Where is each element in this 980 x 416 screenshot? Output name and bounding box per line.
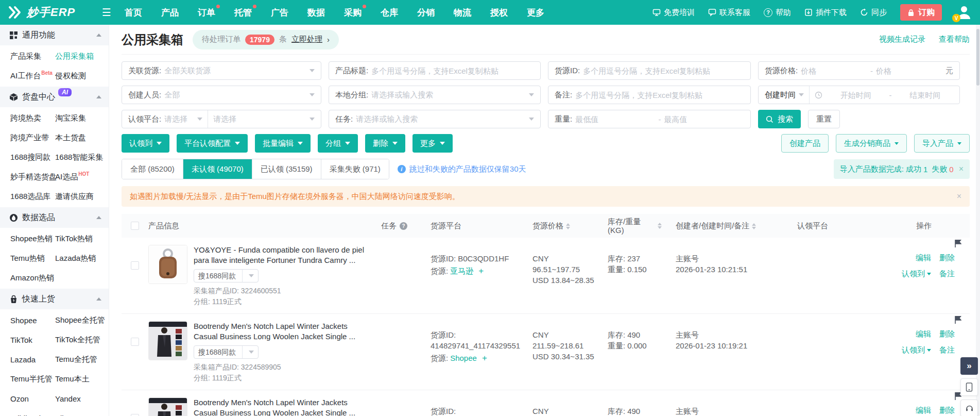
- tab-claimed[interactable]: 已认领 (35159): [252, 159, 321, 179]
- tab-unclaimed[interactable]: 未认领 (49070): [183, 159, 252, 179]
- menu-hosting[interactable]: 托管: [234, 7, 252, 19]
- close-icon[interactable]: ×: [959, 164, 964, 174]
- source-platform-link[interactable]: Shopee: [450, 353, 477, 363]
- source-price-range[interactable]: 货源价格: - 元: [758, 61, 960, 80]
- sidebar-item-ozon[interactable]: Ozon: [10, 394, 54, 403]
- sidebar-item-lazada-hot[interactable]: Lazada热销: [55, 254, 96, 263]
- plugin-download-link[interactable]: 插件下载: [804, 8, 847, 18]
- local-group-select[interactable]: 本地分组: 请选择或输入搜索: [329, 86, 541, 104]
- claim-to-link[interactable]: 认领到: [902, 345, 931, 355]
- sidebar-item-public-collect-box[interactable]: 公用采集箱: [55, 52, 94, 61]
- product-title[interactable]: Bootrendy Men's Notch Lapel Winter Jacke…: [194, 397, 355, 416]
- claim-to-button[interactable]: 认领到: [122, 134, 169, 153]
- sidebar-item-temu-hot[interactable]: Temu热销: [10, 254, 54, 263]
- sidebar-item-wildberries[interactable]: Wildberries: [10, 414, 54, 416]
- sidebar-section-goods-center[interactable]: 货盘中心 AI: [0, 87, 109, 107]
- creator-select[interactable]: 创建人员: 全部: [122, 86, 321, 104]
- price-min-input[interactable]: [801, 66, 867, 75]
- row-checkbox[interactable]: [131, 338, 139, 346]
- sidebar-item-miaoshou-selected[interactable]: 妙手精选货盘: [10, 172, 54, 182]
- sidebar-item-temu-semi[interactable]: Temu半托管: [10, 374, 54, 384]
- batch-edit-button[interactable]: 批量编辑: [255, 134, 311, 153]
- claim-platform-select[interactable]: 认领平台: 请选择 请选择: [122, 110, 321, 128]
- add-source-icon[interactable]: +: [482, 354, 487, 363]
- product-title[interactable]: YO&YOYE - Funda compatible con llavero d…: [194, 245, 364, 265]
- menu-authorization[interactable]: 授权: [490, 7, 508, 19]
- sidebar-item-crossborder-belt[interactable]: 跨境产业带: [10, 133, 54, 143]
- reset-button[interactable]: 重置: [808, 110, 840, 128]
- sidebar-item-tiktok-full[interactable]: TikTok全托管: [55, 335, 100, 345]
- end-time-input[interactable]: [895, 91, 956, 99]
- sidebar-item-1688-same[interactable]: 1688搜同款: [10, 153, 54, 162]
- sidebar-item-shopee[interactable]: Shopee: [10, 316, 54, 325]
- sidebar-item-tiktok[interactable]: TikTok: [10, 336, 54, 344]
- delete-link[interactable]: 删除: [939, 406, 955, 415]
- sidebar-section-general[interactable]: 通用功能: [0, 25, 109, 45]
- sort-icon[interactable]: [658, 223, 662, 229]
- generate-distribution-button[interactable]: 生成分销商品: [836, 134, 907, 153]
- contact-support-link[interactable]: 联系客服: [708, 8, 750, 18]
- claim-to-link[interactable]: 认领到: [902, 269, 931, 279]
- sidebar-item-temu-local[interactable]: Temu本土: [55, 374, 90, 384]
- delete-link[interactable]: 删除: [939, 329, 955, 339]
- sidebar-item-infringement-check[interactable]: 侵权检测: [55, 71, 86, 81]
- menu-more[interactable]: 更多: [527, 7, 544, 19]
- sidebar-item-1688-library[interactable]: 1688选品库: [10, 192, 54, 202]
- flag-icon[interactable]: [955, 240, 961, 249]
- weight-max-input[interactable]: [664, 115, 744, 124]
- sidebar-item-taobao-collect[interactable]: 淘宝采集: [55, 113, 86, 123]
- create-time-range[interactable]: 创建时间 -: [758, 86, 960, 104]
- hamburger-icon[interactable]: ☰: [102, 7, 111, 18]
- weight-range[interactable]: 重量: -: [548, 110, 751, 128]
- sort-icon[interactable]: [566, 223, 570, 229]
- brand-logo[interactable]: 妙手ERP: [7, 5, 95, 20]
- customer-service-button[interactable]: [960, 400, 978, 416]
- close-icon[interactable]: ×: [957, 192, 961, 201]
- product-thumbnail[interactable]: [148, 321, 187, 360]
- task-select[interactable]: 任务: 请选择或输入搜索: [329, 110, 541, 128]
- menu-purchase[interactable]: 采购: [344, 7, 362, 19]
- header-stock-weight[interactable]: 库存/重量(KG): [608, 217, 676, 235]
- sidebar-item-shopee-full[interactable]: Shopee全托管: [55, 315, 105, 325]
- search-1688-same-button[interactable]: 搜1688同款: [194, 269, 259, 282]
- remark-link[interactable]: 备注: [939, 345, 955, 355]
- tab-failed[interactable]: 采集失败 (971): [321, 159, 389, 179]
- sidebar-item-local-goods[interactable]: 本土货盘: [55, 133, 86, 143]
- sidebar-item-ai-selection[interactable]: AI选品HOT: [55, 172, 89, 182]
- sidebar-item-shopee-hot[interactable]: Shopee热销: [10, 234, 54, 244]
- more-button[interactable]: 更多: [412, 134, 453, 153]
- price-max-input[interactable]: [876, 66, 942, 75]
- sidebar-section-data-selection[interactable]: 数据选品: [0, 207, 109, 228]
- scrollbar-thumb[interactable]: [976, 29, 979, 86]
- product-thumbnail[interactable]: [148, 245, 187, 284]
- menu-warehouse[interactable]: 仓库: [381, 7, 398, 19]
- sidebar-item-temu-full[interactable]: Temu全托管: [55, 355, 97, 364]
- flag-icon[interactable]: [955, 316, 961, 326]
- help-link[interactable]: ? 帮助: [764, 8, 791, 18]
- sidebar-item-1688-smart-collect[interactable]: 1688智能采集: [55, 153, 103, 162]
- help-icon[interactable]: ?: [400, 222, 407, 230]
- edit-link[interactable]: 编辑: [916, 406, 931, 415]
- row-checkbox[interactable]: [131, 261, 139, 270]
- sidebar-section-quick-listing[interactable]: 快速上货: [0, 289, 109, 309]
- edit-link[interactable]: 编辑: [916, 253, 931, 263]
- menu-logistics[interactable]: 物流: [454, 7, 471, 19]
- group-button[interactable]: 分组: [318, 134, 358, 153]
- sidebar-item-amazon-hot[interactable]: Amazon热销: [10, 273, 54, 283]
- remark-input[interactable]: [575, 91, 744, 99]
- sidebar-item-tiktok-hot[interactable]: TikTok热销: [55, 234, 93, 244]
- sync-link[interactable]: 同步: [860, 8, 887, 18]
- video-record-link[interactable]: 视频生成记录: [879, 35, 925, 44]
- menu-data[interactable]: 数据: [307, 7, 325, 19]
- product-thumbnail[interactable]: [148, 397, 187, 416]
- platform-claim-config-button[interactable]: 平台认领配置: [177, 134, 248, 153]
- remark-link[interactable]: 备注: [939, 269, 955, 279]
- source-id-input[interactable]: [583, 66, 744, 75]
- product-title-field[interactable]: 产品标题:: [329, 61, 541, 80]
- time-type-select[interactable]: 创建时间: [765, 90, 796, 100]
- source-id-field[interactable]: 货源ID:: [548, 61, 751, 80]
- product-title[interactable]: Bootrendy Men's Notch Lapel Winter Jacke…: [194, 321, 355, 342]
- search-1688-same-button[interactable]: 搜1688同款: [194, 345, 259, 359]
- create-product-button[interactable]: 创建产品: [781, 134, 829, 153]
- select-all-checkbox[interactable]: [131, 222, 139, 230]
